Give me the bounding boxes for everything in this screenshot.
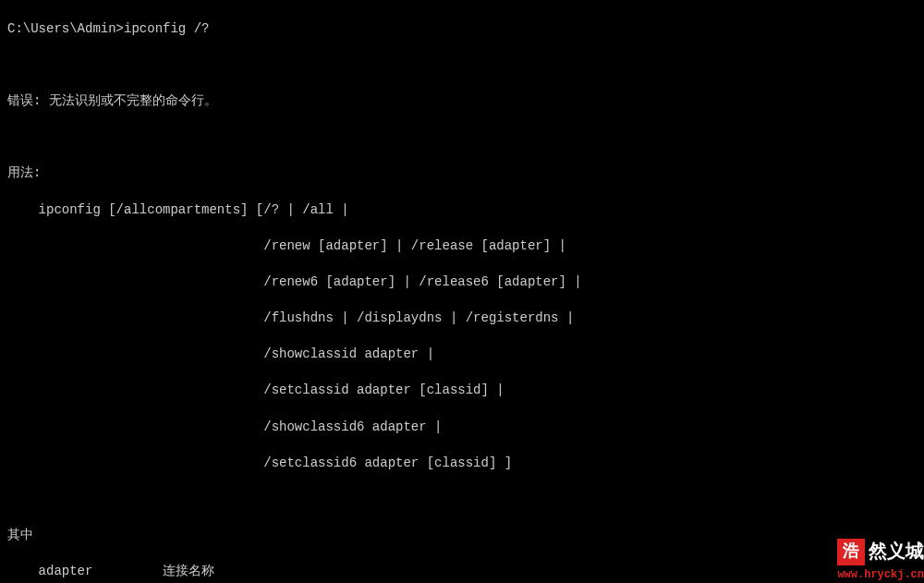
- usage-line: /showclassid6 adapter |: [7, 419, 917, 437]
- usage-line: ipconfig [/allcompartments] [/? | /all |: [7, 201, 917, 220]
- adapter-label: adapter 连接名称: [7, 563, 917, 581]
- usage-line: /flushdns | /displaydns | /registerdns |: [7, 310, 917, 328]
- usage-line: /setclassid6 adapter [classid] ]: [7, 455, 917, 473]
- prompt-line: C:\Users\Admin>ipconfig /?: [7, 20, 917, 39]
- terminal-output: C:\Users\Admin>ipconfig /? 错误: 无法识别或不完整的…: [7, 2, 917, 583]
- watermark: 浩然义城 www.hryckj.cn: [837, 539, 924, 583]
- blank-line: [7, 128, 917, 147]
- usage-line: /renew [adapter] | /release [adapter] |: [7, 237, 917, 256]
- watermark-text: 然义城: [869, 540, 924, 565]
- blank-line: [7, 491, 917, 509]
- usage-line: /showclassid adapter |: [7, 346, 917, 364]
- watermark-url: www.hryckj.cn: [837, 567, 924, 583]
- usage-line: /setclassid adapter [classid] |: [7, 382, 917, 400]
- usage-header: 用法:: [7, 164, 917, 183]
- watermark-logo-box: 浩: [837, 539, 865, 565]
- usage-line: /renew6 [adapter] | /release6 [adapter] …: [7, 273, 917, 292]
- error-line: 错误: 无法识别或不完整的命令行。: [7, 92, 917, 111]
- blank-line: [7, 56, 917, 75]
- where-header: 其中: [7, 527, 917, 545]
